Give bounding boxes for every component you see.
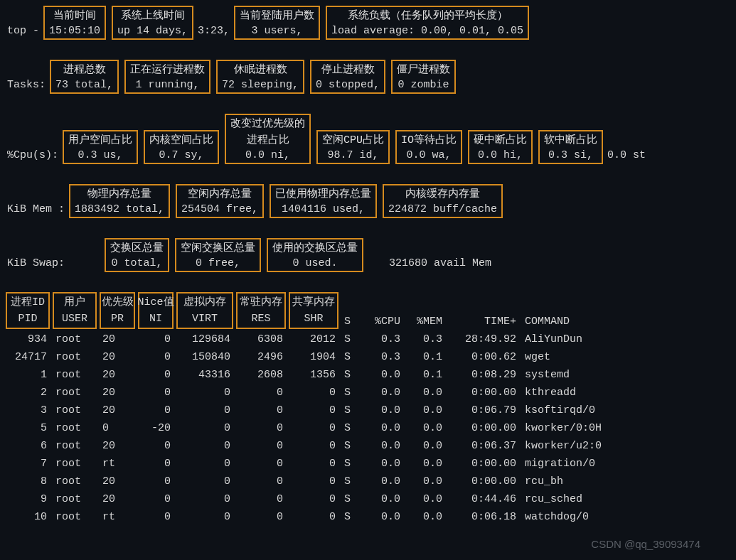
cell-time: 0:06.18 (448, 510, 519, 524)
cell-pid: 8 (6, 474, 50, 489)
cell-user: root (53, 510, 97, 524)
process-table: 进程IDPID 用户USER 优先级PR Nice值NI 虚拟内存VIRT 常驻… (6, 292, 730, 524)
load-value: load average: 0.00, 0.01, 0.05 (331, 25, 523, 37)
table-row: 934root20012968463082012S0.30.328:49.92A… (6, 332, 730, 347)
cell-shr: 0 (289, 474, 338, 489)
header-mem: %MEM (406, 314, 445, 329)
cell-pid: 3 (6, 403, 50, 418)
cell-time: 0:00.62 (448, 350, 519, 365)
cpu-line: %Cpu(s): 用户空间占比 0.3 us, 内核空间占比 0.7 sy, 改… (6, 114, 730, 164)
cell-pr: 0 (100, 421, 135, 436)
cell-cmd: rcu_bh (522, 474, 664, 489)
header-cpu: %CPU (364, 314, 403, 329)
tasks-running-box: 正在运行进程数 1 running, (124, 60, 210, 94)
cpu-sy-box: 内核空间占比 0.7 sy, (144, 130, 219, 164)
cpu-ni-box: 改变过优先级的 进程占比 0.0 ni, (225, 114, 311, 164)
cell-virt: 150840 (176, 350, 233, 365)
cell-virt: 0 (176, 403, 233, 418)
cell-s: S (341, 385, 361, 400)
table-row: 3root200000S0.00.00:06.79ksoftirqd/0 (6, 403, 730, 418)
users-label: 当前登陆用户数 (240, 9, 314, 22)
cell-res: 2608 (236, 367, 286, 382)
header-shr: 共享内存SHR (289, 292, 338, 329)
header-s: S (341, 314, 361, 329)
cell-user: root (53, 438, 97, 453)
cell-res: 6308 (236, 332, 286, 347)
cell-virt: 0 (176, 492, 233, 507)
cell-pid: 934 (6, 332, 50, 347)
cell-res: 0 (236, 403, 286, 418)
cell-res: 0 (236, 438, 286, 453)
cell-pr: 20 (100, 332, 135, 347)
top-summary-line: top - 当前时间 15:05:10 系统上线时间 up 14 days, 3… (6, 6, 730, 40)
cell-cpu: 0.0 (364, 456, 403, 471)
cell-cpu: 0.0 (364, 385, 403, 400)
mem-cache-box: 内核缓存内存量 224872 buff/cache (383, 184, 503, 218)
cell-cpu: 0.0 (364, 403, 403, 418)
table-row: 10rootrt0000S0.00.00:06.18watchdog/0 (6, 510, 730, 524)
cell-pid: 24717 (6, 350, 50, 365)
cell-ni: 0 (138, 510, 174, 524)
cell-res: 0 (236, 474, 286, 489)
header-virt: 虚拟内存VIRT (176, 292, 233, 329)
cell-ni: 0 (138, 403, 174, 418)
cell-shr: 2012 (289, 332, 338, 347)
swap-avail: 321680 avail Mem (388, 254, 493, 272)
cell-cmd: kworker/0:0H (522, 421, 664, 436)
table-row: 9root200000S0.00.00:44.46rcu_sched (6, 492, 730, 507)
cell-s: S (341, 492, 361, 507)
cell-s: S (341, 421, 361, 436)
mem-used-box: 已使用物理内存总量 1404116 used, (270, 184, 377, 218)
uptime-value: up 14 days, (117, 25, 188, 37)
cell-ni: 0 (138, 438, 174, 453)
cell-res: 2496 (236, 350, 286, 365)
cell-time: 28:49.92 (448, 332, 519, 347)
cell-res: 0 (236, 456, 286, 471)
cell-pid: 10 (6, 510, 50, 524)
cpu-st-value: 0.0 st (606, 146, 647, 164)
cell-time: 0:44.46 (448, 492, 519, 507)
cell-mem: 0.0 (406, 456, 445, 471)
cell-cmd: systemd (522, 367, 664, 382)
cell-cpu: 0.3 (364, 350, 403, 365)
cell-cpu: 0.0 (364, 474, 403, 489)
cell-pr: 20 (100, 367, 135, 382)
table-row: 7rootrt0000S0.00.00:00.00migration/0 (6, 456, 730, 471)
cell-s: S (341, 350, 361, 365)
top-prefix: top - (6, 22, 41, 40)
cell-s: S (341, 510, 361, 524)
cell-time: 0:06.37 (448, 438, 519, 453)
cell-s: S (341, 474, 361, 489)
cell-mem: 0.0 (406, 438, 445, 453)
cell-ni: 0 (138, 456, 174, 471)
cell-virt: 0 (176, 421, 233, 436)
cell-cpu: 0.0 (364, 421, 403, 436)
cell-time: 0:08.29 (448, 367, 519, 382)
cell-user: root (53, 332, 97, 347)
tasks-zombie-box: 僵尸进程数 0 zombie (391, 60, 456, 94)
cpu-id-box: 空闲CPU占比 98.7 id, (316, 130, 390, 164)
uptime-box: 系统上线时间 up 14 days, (112, 6, 193, 40)
cell-user: root (53, 421, 97, 436)
cell-pid: 5 (6, 421, 50, 436)
cell-mem: 0.0 (406, 403, 445, 418)
cell-mem: 0.3 (406, 332, 445, 347)
cell-res: 0 (236, 510, 286, 524)
cpu-si-box: 软中断占比 0.3 si, (538, 130, 603, 164)
cell-mem: 0.0 (406, 421, 445, 436)
cell-cmd: migration/0 (522, 456, 664, 471)
cell-user: root (53, 403, 97, 418)
tasks-prefix: Tasks: (6, 76, 47, 94)
cell-ni: 0 (138, 474, 174, 489)
cell-shr: 0 (289, 403, 338, 418)
table-row: 24717root20015084024961904S0.30.10:00.62… (6, 350, 730, 365)
cell-virt: 0 (176, 510, 233, 524)
cell-cmd: wget (522, 350, 664, 365)
swap-used-box: 使用的交换区总量 0 used. (267, 238, 363, 272)
cell-shr: 0 (289, 438, 338, 453)
tasks-stopped-box: 停止进程数 0 stopped, (310, 60, 385, 94)
cell-ni: 0 (138, 492, 174, 507)
cell-pr: 20 (100, 385, 135, 400)
cell-s: S (341, 456, 361, 471)
cell-cmd: kworker/u2:0 (522, 438, 664, 453)
